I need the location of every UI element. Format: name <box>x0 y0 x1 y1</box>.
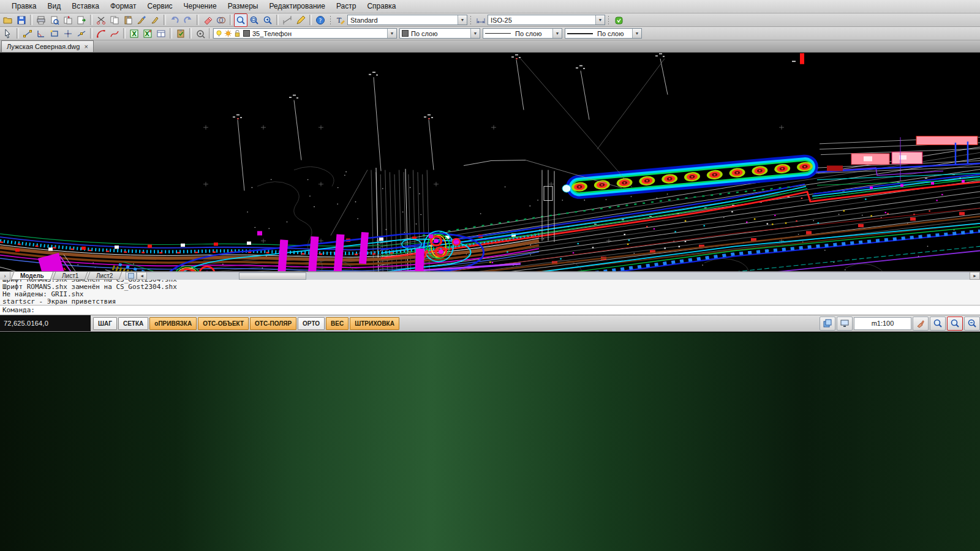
toolbar-separator <box>90 15 92 25</box>
sheet-tab-sheet1[interactable]: Лист1 <box>52 272 88 280</box>
format-painter-icon[interactable] <box>148 13 162 27</box>
scrollbar-thumb[interactable] <box>239 272 306 280</box>
export-icon[interactable] <box>75 13 88 27</box>
scrollbar-track[interactable] <box>147 272 970 280</box>
dim-style-combo[interactable]: ISO-25 ▼ <box>488 15 605 25</box>
zoom-window-icon[interactable] <box>947 317 963 331</box>
status-toggle-otrack-object[interactable]: ОТС-ОБЪЕКТ <box>198 317 249 330</box>
menu-item-8[interactable]: Растр <box>331 0 361 13</box>
chevron-down-icon[interactable]: ▼ <box>595 15 605 24</box>
linetype-combo[interactable]: По слою ▼ <box>483 28 562 39</box>
text-style-icon[interactable]: T <box>334 13 347 27</box>
drawing-explorer-icon[interactable] <box>612 13 625 27</box>
document-tab[interactable]: Лужская Северная.dwg × <box>1 40 94 52</box>
plot-icon[interactable] <box>34 13 48 27</box>
snap-rect-icon[interactable] <box>48 27 61 40</box>
text-style-combo[interactable]: Standard ▼ <box>347 15 467 25</box>
sheet-set-icon[interactable] <box>154 27 168 40</box>
menu-item-2[interactable]: Вставка <box>66 0 105 13</box>
publish-icon[interactable] <box>61 13 75 27</box>
status-toggle-hatch[interactable]: ШТРИХОВКА <box>350 317 399 330</box>
scrollbar-splitter[interactable] <box>126 272 137 280</box>
measure-icon[interactable] <box>294 13 307 27</box>
color-combo[interactable]: По слою ▼ <box>399 28 480 39</box>
toolbar-grip[interactable] <box>608 15 609 24</box>
toolbar-grip[interactable] <box>330 15 331 24</box>
snap-distance-icon[interactable] <box>21 27 34 40</box>
dim-style-icon[interactable] <box>474 13 488 27</box>
lock-icon[interactable] <box>233 29 241 37</box>
table-export-icon[interactable]: X <box>141 27 154 40</box>
zoom-realtime-icon[interactable] <box>930 317 946 331</box>
chevron-down-icon[interactable]: ▼ <box>470 29 480 38</box>
preview-icon[interactable] <box>48 13 61 27</box>
status-toggle-snap[interactable]: ШАГ <box>93 317 117 330</box>
pan-icon[interactable] <box>913 317 929 331</box>
chevron-down-icon[interactable]: ▼ <box>552 29 562 38</box>
menu-item-3[interactable]: Формат <box>105 0 142 13</box>
drawing-canvas[interactable] <box>0 53 980 271</box>
draw-order-icon[interactable] <box>820 317 835 331</box>
toolbar-standard: ? T Standard ▼ ISO-25 ▼ <box>0 13 980 27</box>
sun-icon[interactable] <box>224 29 232 37</box>
status-toggle-otrack-polar[interactable]: ОТС-ПОЛЯР <box>250 317 296 330</box>
save-icon[interactable] <box>15 13 28 27</box>
menu-item-6[interactable]: Размеры <box>222 0 264 13</box>
clipboard-icon[interactable] <box>174 27 187 40</box>
snap-angle-icon[interactable] <box>34 27 48 40</box>
chevron-down-icon[interactable]: ▼ <box>458 15 467 24</box>
status-toggle-lineweight[interactable]: ВЕС <box>326 317 349 330</box>
sheet-tab-label: Лист1 <box>62 272 78 279</box>
redo-icon[interactable] <box>181 13 195 27</box>
status-toggle-ortho[interactable]: ОРТО <box>298 317 325 330</box>
match-properties-icon[interactable] <box>135 13 148 27</box>
open-icon[interactable] <box>1 13 15 27</box>
copy-icon[interactable] <box>108 13 121 27</box>
status-toggle-osnap[interactable]: оПРИВЯЗКА <box>149 317 197 330</box>
snap-middle-icon[interactable] <box>75 27 88 40</box>
zoom-window-icon[interactable] <box>234 13 247 27</box>
chevron-down-icon[interactable]: ▼ <box>387 29 396 38</box>
spline-icon[interactable] <box>108 27 121 40</box>
layer-color-swatch[interactable] <box>243 30 250 37</box>
menu-item-5[interactable]: Черчение <box>178 0 222 13</box>
help-icon[interactable]: ? <box>314 13 327 27</box>
viewport-icon[interactable] <box>837 317 853 331</box>
menu-item-4[interactable]: Сервис <box>142 0 178 13</box>
zoom-previous-icon[interactable] <box>261 13 274 27</box>
sheet-tab-model[interactable]: Модель <box>11 272 53 280</box>
close-icon[interactable]: × <box>84 43 88 50</box>
svg-text:X: X <box>145 31 149 37</box>
trim-icon[interactable] <box>94 13 108 27</box>
menu-item-7[interactable]: Редактирование <box>264 0 331 13</box>
select-icon[interactable] <box>1 27 15 40</box>
toolbar-grip[interactable] <box>470 15 472 24</box>
bulb-icon[interactable] <box>215 29 223 37</box>
menu-item-9[interactable]: Справка <box>361 0 401 13</box>
menu-item-0[interactable]: Правка <box>6 0 42 13</box>
layer-combo[interactable]: 35_Телефон ▼ <box>213 28 397 39</box>
snap-point-icon[interactable] <box>61 27 75 40</box>
paste-icon[interactable] <box>121 13 135 27</box>
scroll-right-arrow[interactable]: ► <box>970 272 980 280</box>
distance-icon[interactable] <box>281 13 294 27</box>
sheet-tab-sheet2[interactable]: Лист2 <box>87 272 123 280</box>
selection-cycle-icon[interactable] <box>214 13 228 27</box>
erase-icon[interactable] <box>201 13 214 27</box>
command-history[interactable]: Шрифт ROMANS.shx заменён на CS_Gost2304.… <box>0 280 980 305</box>
command-history-line: startscr - Экран приветствия <box>2 298 980 305</box>
undo-icon[interactable] <box>168 13 181 27</box>
chevron-down-icon[interactable]: ▼ <box>632 29 641 38</box>
zoom-dynamic-icon[interactable] <box>247 13 261 27</box>
scale-select[interactable]: m1:100 <box>854 317 911 330</box>
scroll-left-arrow[interactable]: ◄ <box>137 272 147 280</box>
arc-icon[interactable] <box>94 27 108 40</box>
zoom-out-icon[interactable] <box>964 317 980 331</box>
zoom-settings-icon[interactable] <box>194 27 207 40</box>
lineweight-combo[interactable]: По слою ▼ <box>565 28 642 39</box>
menu-item-1[interactable]: Вид <box>42 0 67 13</box>
status-toggle-grid[interactable]: СЕТКА <box>118 317 148 330</box>
command-prompt[interactable]: Команда: <box>0 305 980 315</box>
sheet-tab-scroll-arrow[interactable]: › <box>0 272 10 280</box>
table-import-icon[interactable]: X <box>127 27 141 40</box>
